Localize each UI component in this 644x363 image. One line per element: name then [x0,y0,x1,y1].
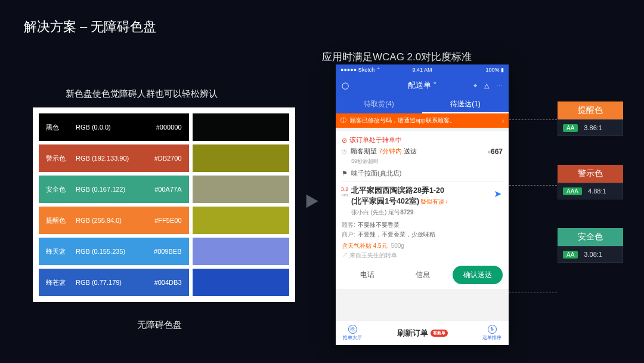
overdue-label: 59秒后超时 [351,158,503,165]
forward-source: ↗ 来自王先生的转单 [342,252,503,260]
contrast-tag: 警示色AAA4.88:1 [558,165,623,199]
color-palette: 黑色RGB (0.0.0)#000000警示色RGB (192.133.90)#… [33,107,295,302]
confirm-button[interactable]: 确认送达 [453,266,503,284]
connector-line [509,293,557,293]
tag-label: 安全色 [558,228,623,246]
connector-line [509,185,557,186]
swatch-simulated [193,238,290,265]
transfer-notice: ⊘该订单处于转单中 [342,136,503,144]
tag-ratio: AA3.08:1 [558,246,623,263]
store-icon: ⚑ [342,170,348,177]
clock: 9:41 AM [412,67,432,73]
status-bar: ●●●●● Sketch ⌃ 9:41 AM 100% ▮ [336,64,509,75]
bell-icon[interactable]: △ [484,82,489,90]
message-button[interactable]: 信息 [397,266,448,284]
palette-caption: 无障碍色盘 [137,319,182,331]
battery-label: 100% ▮ [485,67,504,73]
tab-bar: 待取货(4) 待送达(1) [336,96,509,113]
tag-ratio: AAA4.88:1 [558,183,623,199]
swatch-simulated [193,176,290,203]
contrast-tag: 提醒色AA3.86:1 [558,101,623,136]
appbar-title[interactable]: 配送单ˇ [408,80,436,91]
palette-subtitle: 新色盘使色觉障碍人群也可以轻松辨认 [66,88,218,100]
slide-title: 解决方案 – 无障碍色盘 [24,18,620,36]
phone-mockup: ●●●●● Sketch ⌃ 9:41 AM 100% ▮ ◯ 配送单ˇ ⌖ △… [336,64,509,345]
palette-row: 蜂天蓝RGB (0.155.235)#009BEB [39,238,289,265]
swatch-simulated [193,207,290,234]
clock-icon: ◷ [342,148,347,155]
contrast-tags: 提醒色AA3.86:1警示色AAA4.88:1安全色AA3.08:1 [558,101,623,263]
arrow-icon [303,191,323,211]
tab-delivering[interactable]: 待送达(1) [422,96,509,113]
recipient: 张小白 (先生) 尾号8729 [351,208,503,217]
close-icon[interactable]: › [502,118,504,124]
swatch-main: 黑色RGB (0.0.0)#000000 [39,113,189,141]
refresh-orders[interactable]: 刷新订单有新单 [369,328,475,339]
tag-label: 提醒色 [558,101,623,119]
swatch-main: 蜂天蓝RGB (0.155.235)#009BEB [39,238,189,265]
profile-icon[interactable]: ◯ [342,82,349,90]
swatch-simulated [193,113,290,141]
order-notes: 顾客:不要辣不要香菜 商户:不要辣，不要香菜，少放味精 [342,220,503,239]
swatch-main: 警示色RGB (192.133.90)#DB2700 [39,144,189,172]
tag-ratio: AA3.86:1 [558,119,623,136]
swatch-main: 安全色RGB (0.167.122)#00A77A [39,176,189,203]
map-icon[interactable]: ⌖ [473,82,477,90]
swatch-main: 蜂苍蓝RGB (0.77.179)#004DB3 [39,269,189,296]
weather-supplement: 含天气补贴 4.5元500g [342,242,503,250]
order-number: #667 [488,147,503,156]
address: 北平家园西陶滨路28弄1-20 (北平家园1号402室)疑似有误› [351,186,503,207]
more-icon[interactable]: ⋯ [496,82,503,90]
palette-row: 黑色RGB (0.0.0)#000000 [39,113,289,141]
call-button[interactable]: 电话 [342,266,392,284]
palette-row: 安全色RGB (0.167.122)#00A77A [39,176,289,203]
expect-label: 顾客期望 7分钟内 送达 [351,147,417,156]
chevron-down-icon: ˇ [434,81,436,90]
sort-orders[interactable]: ⇅运单排序 [475,325,509,341]
swatch-main: 提醒色RGB (255.94.0)#FF5E00 [39,207,189,234]
app-bar: ◯ 配送单ˇ ⌖ △ ⋯ [336,75,509,96]
shop-name: ⚑味千拉面(真北店) [342,169,503,178]
tab-pending[interactable]: 待取货(4) [336,96,422,113]
contrast-tag: 安全色AA3.08:1 [558,228,623,263]
bottom-bar: 抢抢单大厅 刷新订单有新单 ⇅运单排序 [336,320,509,345]
swatch-simulated [193,269,290,296]
order-card: ⊘该订单处于转单中 ◷ 顾客期望 7分钟内 送达 #667 59秒后超时 ⚑味千… [336,131,509,289]
alert-bar: ⓘ 顾客已修改号码，请通过app联系顾客。 › [336,113,509,128]
palette-row: 警示色RGB (192.133.90)#DB2700 [39,144,289,172]
carrier-label: ●●●●● Sketch ⌃ [340,67,381,73]
connector-line [509,119,557,120]
tag-label: 警示色 [558,165,623,183]
info-icon: ⓘ [340,116,346,125]
distance: 3.2km [339,187,350,198]
palette-row: 提醒色RGB (255.94.0)#FF5E00 [39,207,289,234]
navigate-icon[interactable]: ➤ [494,188,501,199]
grab-hall[interactable]: 抢抢单大厅 [336,325,369,341]
swatch-simulated [193,144,290,172]
palette-row: 蜂苍蓝RGB (0.77.179)#004DB3 [39,269,289,296]
wcag-subtitle: 应用时满足WCAG 2.0对比度标准 [322,50,472,64]
